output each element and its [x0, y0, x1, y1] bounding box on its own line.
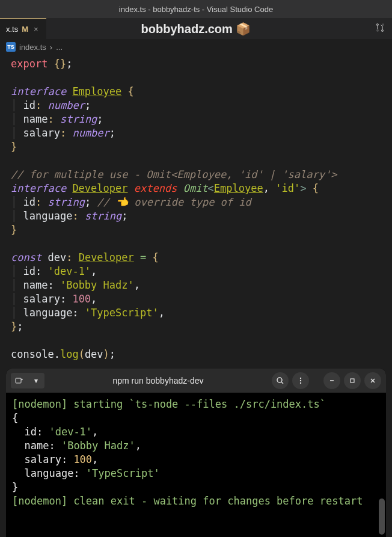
scrollbar-thumb[interactable]	[379, 499, 385, 535]
string-val: 'dev-1'	[47, 265, 91, 277]
semicolon: ;	[66, 58, 72, 70]
string-val: 'TypeScript'	[85, 307, 159, 319]
type-omit: Omit	[183, 182, 208, 194]
breadcrumb[interactable]: TS index.ts › ...	[0, 39, 392, 55]
brace: {	[12, 412, 18, 424]
prop-language: language:	[23, 307, 78, 319]
breadcrumb-file[interactable]: index.ts	[19, 43, 46, 52]
keyword-const: const	[11, 251, 41, 263]
var-dev: dev	[85, 348, 103, 360]
type-employee: Employee	[214, 182, 263, 194]
type-developer: Developer	[79, 251, 134, 263]
git-compare-icon[interactable]	[375, 23, 385, 34]
code-editor[interactable]: export {}; interface Employee { │ id: nu…	[0, 55, 392, 364]
prop-name: name	[23, 113, 47, 125]
typescript-file-icon: TS	[6, 42, 16, 52]
prop-id: id:	[23, 265, 41, 277]
out-key: id:	[12, 426, 49, 438]
var-dev: dev	[47, 251, 66, 263]
type-number: number	[72, 127, 109, 139]
nodemon-tag: [nodemon]	[12, 495, 67, 507]
svg-rect-7	[351, 379, 354, 382]
terminal-output[interactable]: [nodemon] starting `ts-node --files ./sr…	[6, 393, 386, 513]
editor-tab[interactable]: x.ts M ×	[0, 18, 46, 39]
out-key: name:	[12, 440, 61, 452]
prop-language: language	[23, 210, 72, 222]
prop-id: id	[23, 99, 35, 111]
out-key: language:	[12, 467, 86, 479]
tab-dropdown-button[interactable]: ▾	[28, 373, 44, 388]
svg-point-3	[277, 378, 282, 382]
string-id: 'id'	[275, 182, 300, 194]
type-string: string	[47, 196, 84, 208]
svg-point-6	[300, 382, 301, 384]
keyword-export: export	[11, 58, 47, 70]
terminal-scrollbar[interactable]	[379, 394, 385, 535]
brace-open: {	[128, 85, 134, 97]
type-employee: Employee	[72, 85, 121, 97]
terminal-title: npm run bobbyhadz-dev	[47, 376, 269, 385]
out-num: 100	[73, 453, 92, 465]
out-val: 'dev-1'	[49, 426, 92, 438]
terminal-toolbar: ▾ npm run bobbyhadz-dev	[6, 369, 386, 393]
menu-button[interactable]	[292, 372, 309, 389]
number-val: 100	[72, 293, 91, 305]
tab-filename: x.ts	[6, 25, 18, 34]
new-tab-button[interactable]	[11, 373, 28, 388]
type-developer: Developer	[72, 182, 127, 194]
type-number: number	[47, 99, 84, 111]
keyword-interface: interface	[11, 182, 66, 194]
breadcrumb-more: ...	[56, 43, 63, 52]
keyword-extends: extends	[134, 182, 177, 194]
type-string: string	[60, 113, 97, 125]
terminal-panel: ▾ npm run bobbyhadz-dev [nodemon] starti…	[6, 369, 386, 537]
type-string: string	[85, 210, 121, 222]
tab-modified-indicator: M	[22, 25, 28, 34]
window-title: index.ts - bobbyhadz-ts - Visual Studio …	[119, 5, 273, 14]
tab-bar: x.ts M × bobbyhadz.com 📦	[0, 18, 392, 39]
svg-rect-2	[16, 378, 21, 383]
nodemon-msg: starting `ts-node --files ./src/index.ts…	[67, 398, 326, 410]
braces: {}	[54, 58, 66, 70]
comment: // for multiple use - Omit<Employee, 'id…	[11, 168, 337, 180]
nodemon-msg: clean exit - waiting for changes before …	[67, 495, 363, 507]
semicolon: ;	[85, 99, 91, 111]
method-log: log	[60, 348, 79, 360]
nodemon-tag: [nodemon]	[12, 398, 67, 410]
tab-close-button[interactable]: ×	[32, 25, 40, 34]
out-val: 'TypeScript'	[86, 467, 160, 479]
equals: =	[140, 251, 146, 263]
svg-point-4	[300, 378, 301, 379]
breadcrumb-separator: ›	[50, 43, 52, 52]
brace-close: }	[11, 141, 17, 153]
window-titlebar: index.ts - bobbyhadz-ts - Visual Studio …	[0, 0, 392, 18]
minimize-button[interactable]	[323, 372, 340, 389]
prop-id: id	[23, 196, 35, 208]
svg-point-5	[300, 380, 301, 381]
prop-salary: salary	[23, 127, 60, 139]
prop-salary: salary:	[23, 293, 66, 305]
string-val: 'Bobby Hadz'	[60, 279, 134, 291]
close-button[interactable]	[364, 372, 381, 389]
prop-name: name:	[23, 279, 54, 291]
out-val: 'Bobby Hadz'	[61, 440, 135, 452]
colon: :	[35, 99, 41, 111]
comment: // 👈️ override type of id	[97, 196, 251, 208]
brace-close: }	[11, 224, 17, 236]
var-console: console	[11, 348, 54, 360]
out-key: salary:	[12, 453, 73, 465]
maximize-button[interactable]	[344, 372, 361, 389]
search-button[interactable]	[272, 372, 289, 389]
brace: }	[12, 481, 18, 493]
page-title: bobbyhadz.com 📦	[141, 22, 251, 36]
keyword-interface: interface	[11, 85, 66, 97]
